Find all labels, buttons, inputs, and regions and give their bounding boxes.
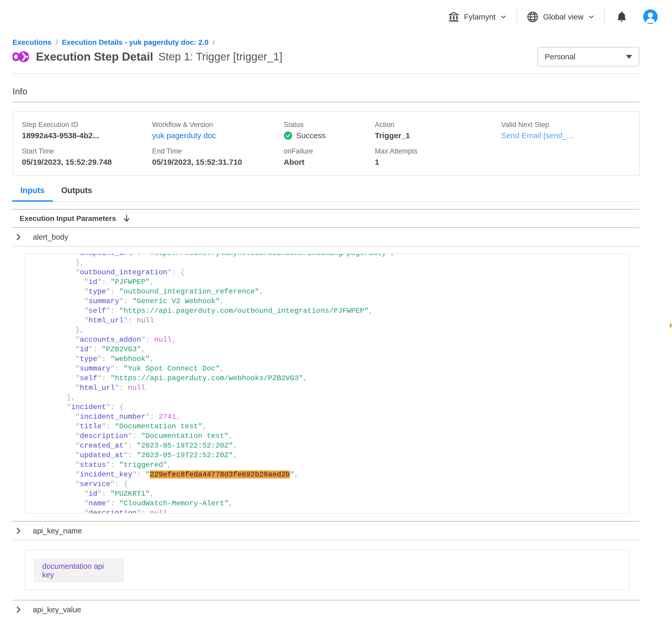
user-avatar[interactable]	[643, 9, 658, 25]
code-line: "id": "PJFWPEP",	[40, 277, 628, 287]
avatar-icon	[643, 9, 658, 24]
info-field: Workflow & Versionyuk pagerduty doc	[152, 121, 284, 140]
globe-icon	[526, 11, 539, 23]
api-key-value-label: api_key_value	[33, 606, 81, 614]
info-field-label: Valid Next Step	[501, 121, 630, 128]
code-line: "self": "https://api.pagerduty.com/outbo…	[40, 306, 628, 316]
code-line: "type": "outbound_integration_reference"…	[40, 287, 628, 296]
info-field-value: 05/19/2023, 15:52:29.748	[22, 158, 152, 167]
page-content: Executions/Execution Details - yuk pager…	[0, 38, 672, 618]
code-line: "incident_key": "229efec8feda44778d3fe69…	[40, 470, 628, 479]
code-line: "created_at": "2023-05-19T22:52:20Z",	[40, 441, 628, 450]
code-line: "summary": "Yuk Spot Connect Doc",	[40, 364, 628, 374]
org-switcher[interactable]: Fylamynt	[448, 11, 507, 23]
info-field: StatusSuccess	[284, 121, 375, 140]
info-divider	[12, 102, 640, 103]
code-line: "updated_at": "2023-05-19T22:52:20Z",	[40, 450, 628, 460]
chevron-right-icon	[16, 233, 21, 241]
api-key-name-row[interactable]: api_key_name	[12, 522, 640, 540]
breadcrumb-link[interactable]: Executions	[12, 38, 51, 46]
code-line: },	[40, 393, 628, 402]
code-line: },	[40, 325, 628, 335]
api-key-name-label: api_key_name	[33, 527, 82, 535]
breadcrumb-separator: /	[56, 38, 58, 46]
alert-body-label: alert_body	[33, 233, 68, 241]
view-name: Global view	[543, 12, 583, 21]
breadcrumb: Executions/Execution Details - yuk pager…	[12, 38, 640, 47]
scope-select[interactable]: Personal	[537, 47, 640, 66]
info-field-label: Status	[284, 121, 375, 128]
header-divider	[12, 73, 640, 74]
notifications-button[interactable]	[616, 11, 628, 23]
status-badge: Success	[284, 131, 375, 140]
title-row: Execution Step Detail Step 1: Trigger [t…	[12, 48, 640, 65]
tab-outputs[interactable]: Outputs	[53, 186, 100, 202]
org-name: Fylamynt	[464, 12, 496, 21]
info-field-label: Start Time	[22, 147, 152, 155]
info-field-link[interactable]: Send Email [send_...	[501, 131, 573, 140]
info-field: Step Execution ID18992a43-9538-4b2...	[22, 121, 152, 140]
info-field-value: Abort	[284, 158, 375, 167]
code-line: "self": "https://api.pagerduty.com/webho…	[40, 374, 628, 383]
code-line: "html_url": null	[40, 316, 628, 325]
code-line: "summary": "Generic V2 Webhook",	[40, 296, 628, 306]
info-field-label: onFailure	[284, 147, 375, 155]
info-card: Step Execution ID18992a43-9538-4b2...Wor…	[12, 111, 640, 176]
code-line: "type": "webhook",	[40, 354, 628, 364]
code-line: "service": {	[40, 479, 628, 489]
info-field: End Time05/19/2023, 15:52:31.710	[152, 147, 284, 167]
code-line: "endpoint_url": "https://hooks.fylamynt.…	[40, 253, 628, 258]
chevron-down-icon	[500, 13, 507, 20]
info-heading: Info	[12, 86, 640, 97]
scope-select-value: Personal	[544, 52, 575, 61]
info-field: Start Time05/19/2023, 15:52:29.748	[22, 147, 152, 167]
code-line: "status": "triggered",	[40, 460, 628, 470]
info-field: ActionTrigger_1	[375, 121, 501, 140]
workflow-logo-icon	[12, 51, 30, 63]
topbar: Fylamynt Global view	[0, 0, 672, 34]
page-title: Execution Step Detail	[36, 50, 153, 63]
view-switcher[interactable]: Global view	[526, 11, 595, 23]
execution-input-parameters-header: Execution Input Parameters	[12, 210, 640, 228]
code-line: "description": "Documentation test",	[40, 431, 628, 441]
tab-inputs[interactable]: Inputs	[12, 186, 53, 202]
chevron-right-icon	[16, 527, 21, 534]
chevron-down-icon	[588, 13, 595, 20]
chevron-right-icon	[16, 606, 21, 613]
json-code: "endpoint_url": "https://hooks.fylamynt.…	[25, 253, 628, 514]
download-arrow-icon[interactable]	[123, 214, 131, 223]
code-line: },	[40, 258, 628, 268]
api-key-value-row[interactable]: api_key_value	[12, 601, 640, 618]
page-subtitle: Step 1: Trigger [trigger_1]	[158, 50, 282, 63]
code-line: "html_url": null	[40, 383, 628, 393]
bank-icon	[448, 11, 460, 23]
info-field: onFailureAbort	[284, 147, 375, 167]
status-text: Success	[296, 131, 326, 140]
info-field-label: Workflow & Version	[152, 121, 284, 128]
breadcrumb-link[interactable]: Execution Details - yuk pagerduty doc: 2…	[62, 38, 208, 46]
code-line: "title": "Documentation test",	[40, 422, 628, 431]
info-field-label: Action	[375, 121, 501, 128]
info-field-label: Max Attempts	[375, 147, 501, 155]
bell-icon	[616, 11, 628, 23]
scrollbar-find-marker	[670, 324, 671, 327]
info-field-value: 1	[375, 158, 501, 167]
info-field-link[interactable]: yuk pagerduty doc	[152, 131, 216, 140]
code-line: "id": "PZB2VG3",	[40, 344, 628, 354]
caret-down-icon	[626, 55, 632, 59]
code-line: "accounts_addon": null,	[40, 335, 628, 344]
breadcrumb-separator: /	[213, 38, 215, 46]
code-line: "outbound_integration": {	[40, 268, 628, 277]
info-field-value: 05/19/2023, 15:52:31.710	[152, 158, 284, 167]
api-key-name-chip[interactable]: documentation api key	[34, 559, 124, 583]
code-line: "name": "CloudWatch-Memory-Alert",	[40, 499, 628, 508]
info-field-value: 18992a43-9538-4b2...	[22, 131, 152, 140]
json-viewer[interactable]: "endpoint_url": "https://hooks.fylamynt.…	[25, 253, 629, 514]
api-key-name-value-box: documentation api key	[25, 550, 629, 591]
info-field-label: End Time	[152, 147, 284, 155]
alert-body-row[interactable]: alert_body	[12, 228, 640, 247]
topbar-divider	[604, 9, 605, 25]
code-line: "incident": {	[40, 402, 628, 412]
execution-input-parameters-label: Execution Input Parameters	[19, 214, 116, 223]
code-line: "description": null,	[40, 508, 628, 514]
